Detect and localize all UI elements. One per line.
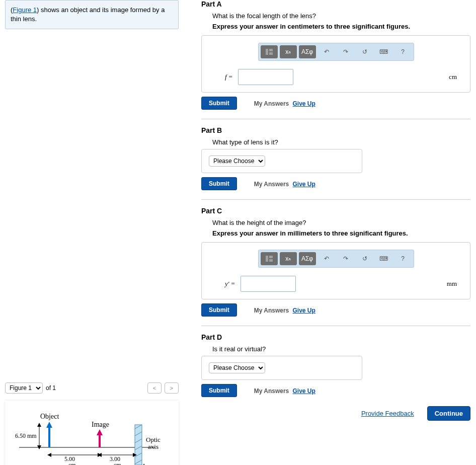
greek-icon[interactable]: ΑΣφ [299,252,316,265]
continue-button[interactable]: Continue [427,406,470,421]
part-c-answer-box: xa ΑΣφ ↶ ↷ ↺ ⌨ ? y′ = mm [201,242,470,299]
part-d-title: Part D [201,333,470,341]
part-b-give-up[interactable]: Give Up [293,181,315,188]
part-d-select[interactable]: Please Choose [209,362,265,373]
part-c-my-answers[interactable]: My Answers [254,307,289,314]
figure-prev-button[interactable]: < [147,382,162,394]
part-c-instruct: Express your answer in millimeters to th… [212,229,470,237]
help-icon[interactable]: ? [394,252,412,265]
equation-toolbar-a: xa ΑΣφ ↶ ↷ ↺ ⌨ ? [258,43,414,61]
svg-marker-4 [97,429,103,435]
help-icon[interactable]: ? [394,45,412,58]
sqrt-icon[interactable]: xa [280,252,297,265]
part-c-title: Part C [201,207,470,215]
svg-rect-5 [135,425,142,465]
svg-text:cm: cm [68,461,76,465]
part-a-title: Part A [201,0,470,8]
part-a-instruct: Express your answer in centimeters to th… [212,23,470,30]
figure-of-label: of 1 [46,384,56,392]
part-a-input[interactable] [238,69,293,85]
part-d-question: Is it real or virtual? [212,345,470,353]
svg-rect-29 [269,256,273,258]
part-d-submit-button[interactable]: Submit [201,384,237,397]
reset-icon[interactable]: ↺ [356,252,373,265]
part-d-choice-box: Please Choose [201,356,362,380]
svg-rect-26 [269,49,273,51]
part-c-submit-button[interactable]: Submit [201,303,237,317]
part-a-variable: f = [225,73,233,81]
part-a-submit-button[interactable]: Submit [201,97,237,110]
part-a-answer-box: xa ΑΣφ ↶ ↷ ↺ ⌨ ? f = cm [201,35,470,93]
templates-icon[interactable] [261,45,278,58]
undo-icon[interactable]: ↶ [318,252,335,265]
part-c-question: What is the height of the image? [212,219,470,226]
undo-icon[interactable]: ↶ [318,45,335,58]
svg-text:Optic: Optic [146,436,161,443]
part-b-choice-box: Please Choose [201,149,362,173]
part-c-input[interactable] [241,276,296,292]
figure-link[interactable]: Figure 1 [13,6,37,14]
part-d-my-answers[interactable]: My Answers [254,388,289,395]
part-b-my-answers[interactable]: My Answers [254,181,289,188]
part-b-submit-button[interactable]: Submit [201,177,237,190]
redo-icon[interactable]: ↷ [337,252,354,265]
image-label: Image [92,421,109,428]
figure-header: Figure 1 of 1 < > [5,382,179,394]
problem-prompt: (Figure 1) shows an object and its image… [5,0,179,29]
part-a-question: What is the focal length of the lens? [212,12,470,20]
keyboard-icon[interactable]: ⌨ [375,45,392,58]
reset-icon[interactable]: ↺ [356,45,373,58]
part-c-give-up[interactable]: Give Up [293,307,315,314]
svg-marker-16 [47,453,51,457]
part-b-title: Part B [201,126,470,134]
part-d-give-up[interactable]: Give Up [293,388,315,395]
svg-rect-25 [266,49,268,55]
figure-next-button[interactable]: > [165,382,179,394]
part-c-variable: y′ = [225,280,235,288]
figure-diagram: Object Image 6.50 mm 5.00 cm 3.00 cm Opt… [5,401,179,465]
part-b: Part B What type of lens is it? Please C… [201,126,470,190]
part-b-select[interactable]: Please Choose [209,156,265,167]
part-b-question: What type of lens is it? [212,138,470,146]
part-d: Part D Is it real or virtual? Please Cho… [201,333,470,397]
svg-rect-28 [266,256,268,262]
part-a-unit: cm [449,73,457,81]
redo-icon[interactable]: ↷ [337,45,354,58]
equation-toolbar-c: xa ΑΣφ ↶ ↷ ↺ ⌨ ? [258,250,414,268]
svg-rect-27 [269,52,273,55]
figure-select[interactable]: Figure 1 [5,382,43,394]
svg-text:cm: cm [114,461,121,465]
svg-marker-2 [46,422,52,428]
sqrt-icon[interactable]: xa [280,45,297,58]
svg-text:axis: axis [148,443,158,450]
part-a-give-up[interactable]: Give Up [293,100,315,107]
obj-height-label: 6.50 mm [15,432,37,439]
object-label: Object [40,413,59,420]
lens-diagram-svg: Object Image 6.50 mm 5.00 cm 3.00 cm Opt… [9,405,170,465]
templates-icon[interactable] [261,252,278,265]
lens-label: Lens [143,462,155,465]
part-c: Part C What is the height of the image? … [201,207,470,317]
part-c-unit: mm [447,280,457,288]
part-a: Part A What is the focal length of the l… [201,0,470,110]
provide-feedback-link[interactable]: Provide Feedback [361,410,414,417]
keyboard-icon[interactable]: ⌨ [375,252,392,265]
greek-icon[interactable]: ΑΣφ [299,45,316,58]
part-a-my-answers[interactable]: My Answers [254,100,289,107]
svg-marker-13 [37,423,41,427]
svg-rect-30 [269,259,273,262]
